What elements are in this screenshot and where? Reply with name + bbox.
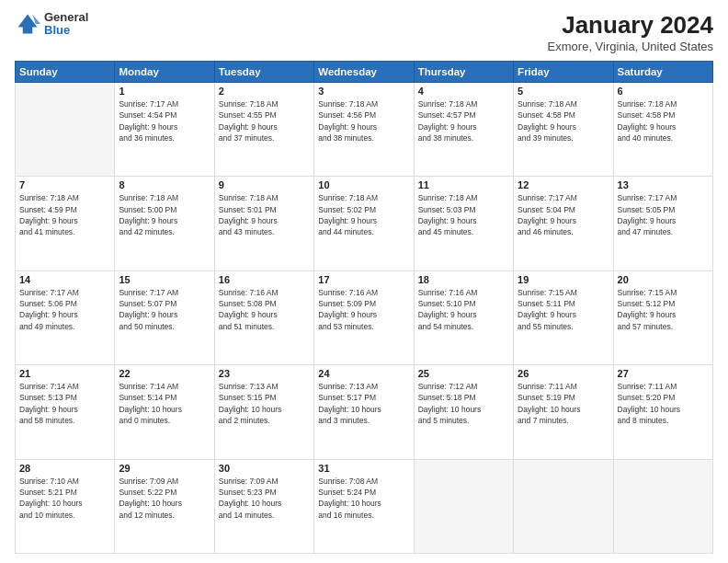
logo-text: General Blue [44, 11, 88, 38]
day-number: 17 [318, 274, 409, 285]
day-info: Sunrise: 7:09 AM Sunset: 5:22 PM Dayligh… [119, 476, 210, 521]
logo: General Blue [15, 11, 88, 38]
day-info: Sunrise: 7:18 AM Sunset: 4:57 PM Dayligh… [418, 98, 509, 144]
calendar-cell: 9Sunrise: 7:18 AM Sunset: 5:01 PM Daylig… [214, 177, 313, 270]
calendar-cell: 17Sunrise: 7:16 AM Sunset: 5:09 PM Dayli… [314, 270, 414, 364]
calendar-cell: 19Sunrise: 7:15 AM Sunset: 5:11 PM Dayli… [514, 270, 613, 364]
calendar-cell: 10Sunrise: 7:18 AM Sunset: 5:02 PM Dayli… [314, 177, 414, 270]
calendar-cell: 30Sunrise: 7:09 AM Sunset: 5:23 PM Dayli… [214, 459, 313, 553]
calendar-cell: 31Sunrise: 7:08 AM Sunset: 5:24 PM Dayli… [314, 459, 414, 553]
week-row-4: 28Sunrise: 7:10 AM Sunset: 5:21 PM Dayli… [16, 459, 713, 553]
logo-icon [15, 11, 40, 37]
calendar-cell: 14Sunrise: 7:17 AM Sunset: 5:06 PM Dayli… [16, 270, 115, 364]
day-info: Sunrise: 7:15 AM Sunset: 5:12 PM Dayligh… [618, 287, 709, 332]
day-info: Sunrise: 7:16 AM Sunset: 5:09 PM Dayligh… [318, 287, 409, 332]
calendar-cell: 12Sunrise: 7:17 AM Sunset: 5:04 PM Dayli… [514, 177, 613, 270]
day-number: 4 [418, 86, 509, 97]
calendar-cell: 25Sunrise: 7:12 AM Sunset: 5:18 PM Dayli… [414, 365, 513, 459]
calendar-cell: 13Sunrise: 7:17 AM Sunset: 5:05 PM Dayli… [613, 177, 712, 270]
logo-general-text: General [44, 11, 88, 24]
day-info: Sunrise: 7:09 AM Sunset: 5:23 PM Dayligh… [219, 476, 310, 521]
calendar-title: January 2024 [548, 11, 713, 40]
day-info: Sunrise: 7:14 AM Sunset: 5:13 PM Dayligh… [19, 381, 110, 426]
calendar-cell [16, 83, 115, 177]
day-number: 28 [19, 463, 110, 474]
day-info: Sunrise: 7:17 AM Sunset: 5:05 PM Dayligh… [618, 192, 709, 237]
day-info: Sunrise: 7:08 AM Sunset: 5:24 PM Dayligh… [318, 476, 409, 521]
calendar-cell: 5Sunrise: 7:18 AM Sunset: 4:58 PM Daylig… [514, 83, 613, 177]
calendar-dow-saturday: Saturday [613, 62, 712, 83]
page: General Blue January 2024 Exmore, Virgin… [0, 0, 728, 563]
day-number: 27 [618, 368, 709, 379]
day-number: 25 [418, 368, 509, 379]
day-info: Sunrise: 7:18 AM Sunset: 4:56 PM Dayligh… [318, 98, 409, 144]
day-number: 12 [518, 179, 609, 190]
calendar-cell: 11Sunrise: 7:18 AM Sunset: 5:03 PM Dayli… [414, 177, 513, 270]
day-number: 23 [219, 368, 310, 379]
day-info: Sunrise: 7:17 AM Sunset: 5:07 PM Dayligh… [119, 287, 210, 332]
calendar-table: SundayMondayTuesdayWednesdayThursdayFrid… [15, 61, 713, 554]
day-number: 21 [19, 368, 110, 379]
week-row-3: 21Sunrise: 7:14 AM Sunset: 5:13 PM Dayli… [16, 365, 713, 459]
day-number: 1 [119, 86, 210, 97]
day-number: 16 [219, 274, 310, 285]
calendar-dow-friday: Friday [514, 62, 613, 83]
calendar-cell: 18Sunrise: 7:16 AM Sunset: 5:10 PM Dayli… [414, 270, 513, 364]
calendar-dow-monday: Monday [115, 62, 214, 83]
day-number: 20 [618, 274, 709, 285]
day-info: Sunrise: 7:16 AM Sunset: 5:08 PM Dayligh… [219, 287, 310, 332]
header: General Blue January 2024 Exmore, Virgin… [15, 11, 713, 53]
day-number: 13 [618, 179, 709, 190]
day-info: Sunrise: 7:18 AM Sunset: 5:01 PM Dayligh… [219, 192, 310, 237]
day-number: 6 [618, 86, 709, 97]
day-number: 24 [318, 368, 409, 379]
day-info: Sunrise: 7:17 AM Sunset: 4:54 PM Dayligh… [119, 98, 210, 144]
calendar-cell: 2Sunrise: 7:18 AM Sunset: 4:55 PM Daylig… [214, 83, 313, 177]
calendar-cell [414, 459, 513, 553]
day-info: Sunrise: 7:18 AM Sunset: 4:59 PM Dayligh… [19, 192, 110, 237]
day-number: 2 [219, 86, 310, 97]
calendar-cell: 1Sunrise: 7:17 AM Sunset: 4:54 PM Daylig… [115, 83, 214, 177]
calendar-dow-sunday: Sunday [16, 62, 115, 83]
day-number: 9 [219, 179, 310, 190]
day-info: Sunrise: 7:11 AM Sunset: 5:20 PM Dayligh… [618, 381, 709, 426]
week-row-0: 1Sunrise: 7:17 AM Sunset: 4:54 PM Daylig… [16, 83, 713, 177]
calendar-cell: 8Sunrise: 7:18 AM Sunset: 5:00 PM Daylig… [115, 177, 214, 270]
calendar-cell: 22Sunrise: 7:14 AM Sunset: 5:14 PM Dayli… [115, 365, 214, 459]
day-info: Sunrise: 7:16 AM Sunset: 5:10 PM Dayligh… [418, 287, 509, 332]
day-info: Sunrise: 7:10 AM Sunset: 5:21 PM Dayligh… [19, 476, 110, 521]
day-number: 22 [119, 368, 210, 379]
day-info: Sunrise: 7:18 AM Sunset: 5:00 PM Dayligh… [119, 192, 210, 237]
calendar-dow-wednesday: Wednesday [314, 62, 414, 83]
calendar-cell: 28Sunrise: 7:10 AM Sunset: 5:21 PM Dayli… [16, 459, 115, 553]
day-number: 14 [19, 274, 110, 285]
logo-blue-text: Blue [44, 24, 88, 37]
title-block: January 2024 Exmore, Virginia, United St… [548, 11, 713, 53]
day-info: Sunrise: 7:18 AM Sunset: 4:55 PM Dayligh… [219, 98, 310, 144]
calendar-cell: 15Sunrise: 7:17 AM Sunset: 5:07 PM Dayli… [115, 270, 214, 364]
day-info: Sunrise: 7:13 AM Sunset: 5:15 PM Dayligh… [219, 381, 310, 426]
day-number: 7 [19, 179, 110, 190]
calendar-cell [613, 459, 712, 553]
day-info: Sunrise: 7:17 AM Sunset: 5:06 PM Dayligh… [19, 287, 110, 332]
calendar-cell: 6Sunrise: 7:18 AM Sunset: 4:58 PM Daylig… [613, 83, 712, 177]
day-info: Sunrise: 7:14 AM Sunset: 5:14 PM Dayligh… [119, 381, 210, 426]
day-number: 10 [318, 179, 409, 190]
calendar-cell: 24Sunrise: 7:13 AM Sunset: 5:17 PM Dayli… [314, 365, 414, 459]
day-number: 19 [518, 274, 609, 285]
calendar-cell: 16Sunrise: 7:16 AM Sunset: 5:08 PM Dayli… [214, 270, 313, 364]
day-info: Sunrise: 7:13 AM Sunset: 5:17 PM Dayligh… [318, 381, 409, 426]
calendar-subtitle: Exmore, Virginia, United States [548, 40, 713, 53]
calendar-cell: 21Sunrise: 7:14 AM Sunset: 5:13 PM Dayli… [16, 365, 115, 459]
day-number: 31 [318, 463, 409, 474]
day-info: Sunrise: 7:18 AM Sunset: 5:02 PM Dayligh… [318, 192, 409, 237]
calendar-dow-tuesday: Tuesday [214, 62, 313, 83]
day-number: 18 [418, 274, 509, 285]
day-info: Sunrise: 7:12 AM Sunset: 5:18 PM Dayligh… [418, 381, 509, 426]
day-number: 30 [219, 463, 310, 474]
day-info: Sunrise: 7:18 AM Sunset: 5:03 PM Dayligh… [418, 192, 509, 237]
calendar-cell: 29Sunrise: 7:09 AM Sunset: 5:22 PM Dayli… [115, 459, 214, 553]
day-number: 11 [418, 179, 509, 190]
calendar-dow-thursday: Thursday [414, 62, 513, 83]
week-row-1: 7Sunrise: 7:18 AM Sunset: 4:59 PM Daylig… [16, 177, 713, 270]
